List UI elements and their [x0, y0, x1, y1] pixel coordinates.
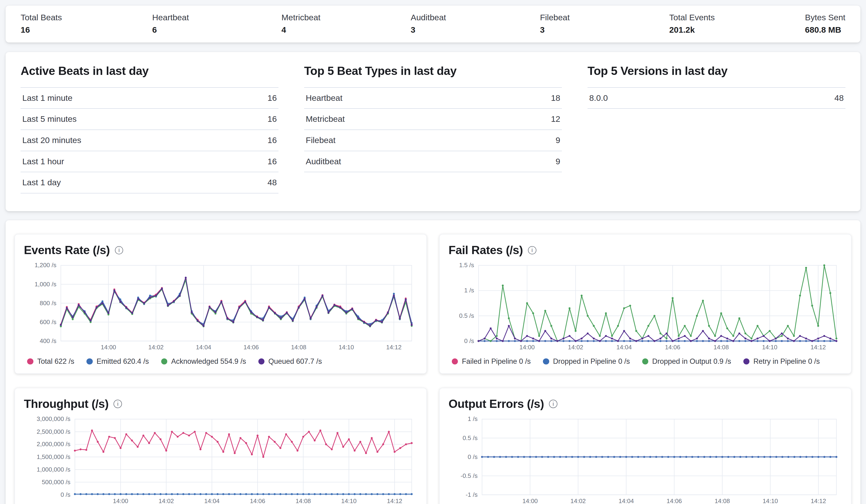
info-icon[interactable]: i: [113, 400, 122, 408]
svg-text:1 /s: 1 /s: [464, 287, 474, 294]
svg-text:-1 /s: -1 /s: [466, 491, 478, 498]
legend-label: Failed in Pipeline 0 /s: [462, 357, 531, 366]
stat-total-beats: Total Beats 16: [21, 13, 62, 35]
stat-value: 6: [152, 25, 191, 35]
legend-label: Acknowledged 554.9 /s: [171, 357, 246, 366]
svg-text:400 /s: 400 /s: [40, 337, 56, 344]
svg-text:0 /s: 0 /s: [60, 491, 70, 498]
chart-header: Fail Rates (/s) i: [448, 243, 842, 257]
svg-text:-0.5 /s: -0.5 /s: [460, 472, 478, 479]
table-title: Active Beats in last day: [21, 64, 278, 78]
info-icon[interactable]: i: [115, 246, 123, 254]
chart-legend: Total 622 /s Emitted 620.4 /s Acknowledg…: [24, 354, 418, 370]
events-rate-chart: 1,200 /s1,000 /s800 /s600 /s400 /s14:001…: [24, 261, 417, 354]
svg-text:0 /s: 0 /s: [468, 453, 478, 460]
row-label: Filebeat: [306, 136, 335, 145]
row-label: Heartbeat: [306, 93, 343, 103]
table-body: 8.0.0 48: [588, 87, 845, 109]
legend-dot: [161, 358, 167, 365]
legend-dot: [642, 358, 648, 365]
row-value: 16: [267, 93, 277, 103]
svg-text:1.5 /s: 1.5 /s: [459, 262, 474, 269]
table-row: Last 1 day 48: [21, 172, 278, 193]
row-label: 8.0.0: [589, 93, 608, 103]
stat-value: 3: [540, 25, 579, 35]
legend-item: Retry in Pipeline 0 /s: [743, 357, 820, 366]
row-label: Last 1 hour: [22, 157, 64, 167]
legend-label: Total 622 /s: [37, 357, 74, 366]
svg-text:14:10: 14:10: [763, 497, 778, 504]
table-row: Metricbeat 12: [304, 108, 562, 129]
svg-text:14:02: 14:02: [159, 497, 174, 504]
svg-text:14:06: 14:06: [666, 497, 682, 504]
row-value: 48: [267, 178, 277, 187]
stat-metricbeat: Metricbeat 4: [281, 13, 321, 35]
stat-bytes-sent: Bytes Sent 680.8 MB: [805, 13, 845, 35]
svg-text:14:00: 14:00: [519, 344, 535, 351]
row-value: 18: [551, 93, 560, 103]
legend-dot: [27, 358, 33, 365]
svg-text:14:02: 14:02: [570, 497, 586, 504]
legend-item: Queued 607.7 /s: [258, 357, 322, 366]
svg-text:14:10: 14:10: [341, 497, 357, 504]
stat-label: Filebeat: [540, 13, 579, 22]
row-label: Last 1 day: [22, 178, 61, 187]
beats-overview-page: Total Beats 16 Heartbeat 6 Metricbeat 4 …: [0, 0, 866, 504]
stat-label: Auditbeat: [411, 13, 450, 22]
info-icon[interactable]: i: [528, 246, 536, 254]
info-icon[interactable]: i: [549, 400, 557, 408]
legend-item: Acknowledged 554.9 /s: [161, 357, 246, 366]
stat-auditbeat: Auditbeat 3: [411, 13, 450, 35]
svg-text:14:12: 14:12: [387, 497, 402, 504]
svg-text:0 /s: 0 /s: [464, 337, 474, 344]
stat-value: 3: [411, 25, 450, 35]
row-value: 9: [556, 157, 560, 167]
svg-text:14:10: 14:10: [762, 344, 777, 351]
svg-text:14:12: 14:12: [811, 497, 826, 504]
svg-text:14:00: 14:00: [113, 497, 128, 504]
stat-label: Total Beats: [21, 13, 62, 22]
legend-dot: [543, 358, 549, 365]
legend-label: Dropped in Pipeline 0 /s: [553, 357, 630, 366]
legend-item: Total 622 /s: [27, 357, 74, 366]
row-value: 9: [556, 136, 560, 145]
charts-section: Events Rate (/s) i 1,200 /s1,000 /s800 /…: [5, 220, 861, 504]
row-label: Last 20 minutes: [22, 136, 81, 145]
svg-text:0.5 /s: 0.5 /s: [463, 434, 478, 441]
svg-text:14:10: 14:10: [339, 344, 354, 351]
legend-label: Queued 607.7 /s: [268, 357, 322, 366]
stat-value: 4: [281, 25, 321, 35]
svg-text:14:08: 14:08: [713, 344, 729, 351]
stat-label: Heartbeat: [152, 13, 191, 22]
chart-card-output-errors: Output Errors (/s) i 1 /s0.5 /s0 /s-0.5 …: [439, 388, 852, 504]
summary-stats-bar: Total Beats 16 Heartbeat 6 Metricbeat 4 …: [5, 5, 861, 43]
legend-dot: [452, 358, 458, 365]
chart-title: Events Rate (/s): [24, 243, 110, 257]
table-row: Last 1 minute 16: [21, 87, 278, 108]
table-row: Auditbeat 9: [304, 151, 562, 172]
row-value: 48: [834, 93, 844, 103]
chart-title: Fail Rates (/s): [448, 243, 523, 257]
row-label: Last 1 minute: [22, 93, 73, 103]
table-active-beats: Active Beats in last day Last 1 minute 1…: [21, 64, 278, 193]
chart-card-fail-rates: Fail Rates (/s) i 1.5 /s1 /s0.5 /s0 /s14…: [439, 234, 852, 374]
svg-text:14:06: 14:06: [250, 497, 265, 504]
stat-value: 201.2k: [669, 25, 715, 35]
svg-text:14:12: 14:12: [386, 344, 402, 351]
chart-card-throughput: Throughput (/s) i 3,000,000 /s2,500,000 …: [14, 388, 427, 504]
chart-header: Events Rate (/s) i: [24, 243, 418, 257]
legend-item: Dropped in Pipeline 0 /s: [543, 357, 630, 366]
svg-text:14:12: 14:12: [810, 344, 826, 351]
svg-text:14:00: 14:00: [101, 344, 116, 351]
row-label: Auditbeat: [306, 157, 341, 167]
row-label: Last 5 minutes: [22, 114, 77, 124]
table-title: Top 5 Beat Types in last day: [304, 64, 562, 78]
svg-text:14:06: 14:06: [665, 344, 680, 351]
table-row: Heartbeat 18: [304, 87, 562, 108]
legend-item: Emitted 620.4 /s: [87, 357, 149, 366]
legend-dot: [87, 358, 92, 365]
table-row: Last 20 minutes 16: [21, 129, 278, 151]
legend-label: Emitted 620.4 /s: [97, 357, 149, 366]
table-row: Last 5 minutes 16: [21, 108, 278, 129]
throughput-chart: 3,000,000 /s2,500,000 /s2,000,000 /s1,50…: [24, 415, 417, 504]
